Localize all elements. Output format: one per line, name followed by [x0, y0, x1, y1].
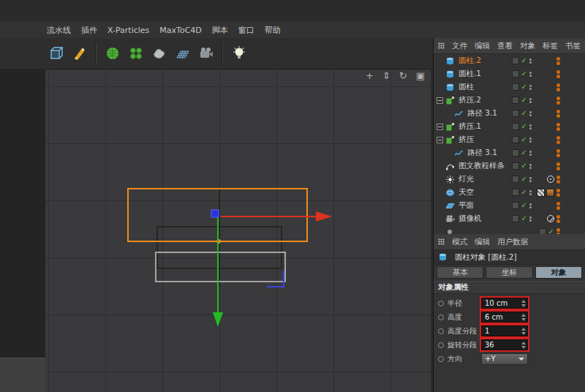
texture-tag-icon[interactable] [537, 189, 545, 197]
visibility-dots-icon[interactable] [529, 163, 532, 170]
enabled-check-icon[interactable]: ✓ [521, 202, 527, 209]
am-menu-edit[interactable]: 编辑 [475, 237, 490, 247]
protection-tag-icon[interactable] [547, 215, 554, 222]
layer-chip[interactable] [539, 228, 546, 234]
rotate-icon[interactable]: ↻ [399, 71, 407, 81]
enabled-check-icon[interactable]: ✓ [521, 162, 527, 170]
object-row[interactable]: 摄像机 ✓ [434, 212, 585, 225]
bend-tool-icon[interactable] [172, 42, 193, 65]
visibility-dots-icon[interactable] [529, 110, 532, 117]
om-menu-view[interactable]: 查看 [497, 41, 513, 51]
x-axis-handle[interactable] [221, 211, 332, 222]
am-menu-mode[interactable]: 模式 [452, 237, 467, 247]
height-input[interactable]: 6 cm [481, 312, 528, 323]
light-tool-icon[interactable] [228, 42, 249, 65]
editor-render-dots-icon[interactable] [556, 148, 560, 158]
visibility-dots-icon[interactable] [529, 84, 532, 91]
editor-render-dots-icon[interactable] [556, 56, 560, 66]
stepper-icon[interactable] [521, 314, 526, 321]
layer-chip[interactable] [512, 83, 519, 91]
cloner-tool-icon[interactable] [125, 42, 146, 65]
visibility-dots-icon[interactable] [529, 97, 532, 104]
om-menu-bookmarks[interactable]: 书签 [565, 41, 581, 51]
menu-plugins[interactable]: 插件 [81, 25, 97, 36]
visibility-dots-icon[interactable] [529, 203, 532, 209]
editor-render-dots-icon[interactable] [556, 188, 560, 197]
panel-grip-icon[interactable] [438, 238, 445, 245]
object-row[interactable]: 挤压 ✓ [434, 133, 585, 146]
editor-render-dots-icon[interactable] [556, 135, 560, 145]
menu-window[interactable]: 窗口 [238, 25, 254, 36]
editor-render-dots-icon[interactable] [556, 175, 560, 184]
enabled-check-icon[interactable]: ✓ [521, 110, 527, 117]
stepper-icon[interactable] [521, 328, 526, 335]
collapse-expander-icon[interactable] [437, 124, 443, 130]
menu-xparticles[interactable]: X-Particles [107, 26, 149, 35]
layer-chip[interactable] [512, 162, 519, 170]
z-axis-handle[interactable] [211, 210, 219, 217]
enabled-check-icon[interactable]: ✓ [521, 83, 527, 91]
keyframe-icon[interactable] [438, 314, 444, 320]
visibility-dots-icon[interactable] [529, 124, 532, 130]
enabled-check-icon[interactable]: ✓ [548, 228, 554, 234]
dolly-icon[interactable]: ⇕ [382, 71, 390, 81]
enabled-check-icon[interactable]: ✓ [521, 136, 527, 143]
subdivision-tool-icon[interactable] [102, 42, 123, 65]
editor-render-dots-icon[interactable] [556, 83, 560, 92]
target-tag-icon[interactable] [547, 176, 554, 183]
add-cube-tool-icon[interactable] [45, 42, 67, 65]
menu-pipeline[interactable]: 流水线 [47, 25, 71, 36]
om-menu-tags[interactable]: 标签 [543, 41, 558, 51]
stepper-icon[interactable] [521, 342, 526, 349]
visibility-dots-icon[interactable] [529, 176, 532, 183]
object-row[interactable]: 圆柱 ✓ [434, 80, 585, 94]
stepper-icon[interactable] [521, 300, 526, 307]
object-row[interactable]: 灯光 ✓ [434, 173, 585, 186]
camera-tool-icon[interactable] [195, 42, 216, 65]
object-row-clipped[interactable]: ✓ [434, 225, 585, 234]
object-row[interactable]: 天空 ✓ [434, 186, 585, 199]
rotation-segments-input[interactable]: 36 [481, 339, 528, 350]
object-row[interactable]: 挤压.1 ✓ [434, 120, 585, 133]
enabled-check-icon[interactable]: ✓ [521, 149, 527, 157]
editor-render-dots-icon[interactable] [556, 122, 560, 132]
editor-render-dots-icon[interactable] [556, 96, 560, 105]
keyframe-icon[interactable] [438, 342, 444, 348]
layer-chip[interactable] [512, 123, 519, 130]
enabled-check-icon[interactable]: ✓ [521, 70, 527, 78]
object-row[interactable]: 路径 3.1 ✓ [434, 146, 585, 159]
layer-chip[interactable] [512, 97, 519, 104]
panel-grip-icon[interactable] [438, 42, 445, 49]
layer-chip[interactable] [512, 202, 519, 209]
editor-render-dots-icon[interactable] [556, 201, 560, 211]
object-row[interactable]: 图文教程样条 ✓ [434, 159, 585, 173]
om-menu-object[interactable]: 对象 [520, 41, 535, 51]
object-row[interactable]: 圆柱.1 ✓ [434, 67, 585, 80]
object-row[interactable]: 平面 ✓ [434, 199, 585, 212]
visibility-dots-icon[interactable] [529, 71, 532, 78]
orientation-dropdown[interactable]: +Y [481, 353, 528, 365]
enabled-check-icon[interactable]: ✓ [521, 97, 527, 104]
enabled-check-icon[interactable]: ✓ [521, 123, 527, 130]
editor-render-dots-icon[interactable] [556, 162, 560, 171]
editor-render-dots-icon[interactable] [556, 214, 560, 224]
layer-chip[interactable] [512, 149, 519, 157]
editor-render-dots-icon[interactable] [556, 69, 560, 79]
keyframe-icon[interactable] [438, 328, 444, 334]
tab-coordinates[interactable]: 坐标 [486, 266, 532, 279]
pan-icon[interactable]: + [366, 71, 374, 81]
keyframe-icon[interactable] [438, 301, 444, 306]
object-row[interactable]: 路径 3.1 ✓ [434, 107, 585, 120]
enabled-check-icon[interactable]: ✓ [521, 189, 527, 196]
visibility-dots-icon[interactable] [529, 58, 532, 64]
menu-script[interactable]: 脚本 [212, 25, 228, 36]
layer-chip[interactable] [512, 70, 519, 78]
layer-chip[interactable] [512, 110, 519, 117]
height-segments-input[interactable]: 1 [481, 325, 528, 336]
viewport[interactable]: + ⇕ ↻ ▣ [45, 69, 431, 392]
visibility-dots-icon[interactable] [529, 137, 532, 143]
collapse-expander-icon[interactable] [437, 137, 443, 143]
am-menu-userdata[interactable]: 用户数据 [497, 237, 528, 247]
layer-chip[interactable] [512, 57, 519, 64]
menu-maxtoc4d[interactable]: MaxToC4D [159, 26, 201, 35]
